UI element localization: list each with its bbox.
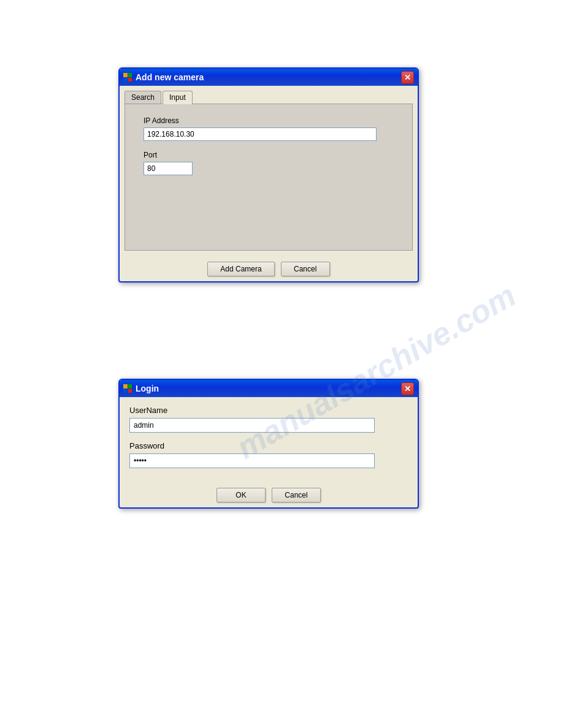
login-title-bar: Login ✕ xyxy=(120,380,418,397)
add-camera-dialog: Add new camera ✕ Search Input IP Address… xyxy=(118,67,419,282)
username-input[interactable] xyxy=(129,418,375,433)
login-dialog: Login ✕ UserName Password OK Cancel xyxy=(118,379,419,509)
password-input[interactable] xyxy=(129,453,375,468)
login-dialog-icon xyxy=(123,384,132,393)
ok-button[interactable]: OK xyxy=(216,488,266,502)
add-camera-title: Add new camera xyxy=(136,72,397,82)
login-close-button[interactable]: ✕ xyxy=(401,382,414,395)
tab-search[interactable]: Search xyxy=(124,91,161,104)
tab-input[interactable]: Input xyxy=(163,91,193,104)
tab-input-content: IP Address Port xyxy=(124,104,413,251)
add-camera-close-button[interactable]: ✕ xyxy=(401,71,414,84)
ip-address-group: IP Address xyxy=(144,116,394,141)
password-label: Password xyxy=(129,441,408,450)
add-camera-body: Search Input IP Address Port xyxy=(120,86,418,256)
password-group: Password xyxy=(129,441,408,468)
ip-address-label: IP Address xyxy=(144,116,394,125)
login-body: UserName Password xyxy=(120,397,418,482)
tab-bar: Search Input xyxy=(124,91,413,104)
add-camera-title-bar: Add new camera ✕ xyxy=(120,69,418,86)
port-input[interactable] xyxy=(144,162,193,175)
add-camera-button[interactable]: Add Camera xyxy=(207,262,274,276)
port-group: Port xyxy=(144,151,394,175)
login-title: Login xyxy=(136,384,397,393)
cancel-button-1[interactable]: Cancel xyxy=(281,262,330,276)
add-camera-button-bar: Add Camera Cancel xyxy=(120,256,418,281)
port-label: Port xyxy=(144,151,394,159)
cancel-button-2[interactable]: Cancel xyxy=(272,488,321,502)
dialog-icon xyxy=(123,73,132,82)
username-label: UserName xyxy=(129,406,408,415)
ip-address-input[interactable] xyxy=(144,127,377,141)
login-button-bar: OK Cancel xyxy=(120,482,418,507)
username-group: UserName xyxy=(129,406,408,433)
